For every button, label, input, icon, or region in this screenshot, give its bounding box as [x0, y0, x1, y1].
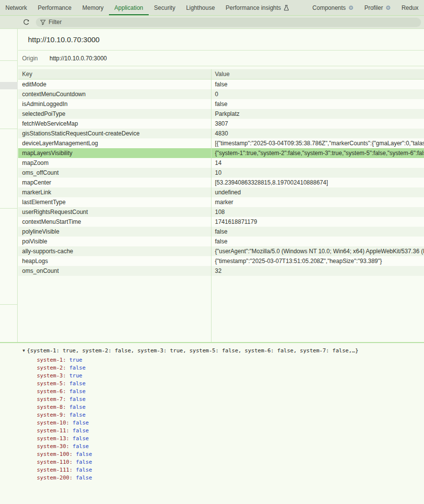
property-key: system-7: — [37, 396, 66, 402]
table-row[interactable]: markerLinkundefined — [18, 187, 424, 197]
value-cell[interactable]: false — [211, 227, 424, 237]
key-cell[interactable]: ally-supports-cache — [18, 246, 211, 256]
table-row[interactable]: mapLayersVisibility{"system-1":true,"sys… — [18, 148, 424, 158]
table-row[interactable]: lastElementTypemarker — [18, 197, 424, 207]
property-value: false — [73, 420, 89, 426]
key-cell[interactable]: isAdminLoggedIn — [18, 99, 211, 109]
refresh-icon — [23, 19, 30, 26]
value-cell[interactable]: 108 — [211, 207, 424, 217]
filter-input[interactable] — [49, 19, 417, 26]
table-row[interactable]: isAdminLoggedInfalse — [18, 99, 424, 109]
key-cell[interactable]: mapZoom — [18, 158, 211, 168]
key-cell[interactable]: polylineVisible — [18, 227, 211, 237]
sidebar-selected-item[interactable] — [0, 82, 18, 89]
property-key: system-8: — [37, 404, 66, 410]
table-row[interactable]: contextMenuCountdown0 — [18, 89, 424, 99]
table-row[interactable]: gisStationsStaticRequestCount-createDevi… — [18, 129, 424, 138]
value-cell[interactable]: 3807 — [211, 119, 424, 129]
preview-property: system-111: false — [37, 466, 424, 474]
property-value: false — [69, 365, 85, 371]
table-row[interactable]: deviceLayerManagementLog[{"timestamp":"2… — [18, 138, 424, 148]
property-value: false — [69, 412, 85, 418]
value-cell[interactable]: 14 — [211, 158, 424, 168]
value-cell[interactable]: false — [211, 80, 424, 89]
table-row[interactable]: oms_onCount32 — [18, 266, 424, 276]
value-cell[interactable]: {"timestamp":"2025-03-07T13:51:05.208Z",… — [211, 256, 424, 266]
value-cell[interactable]: 0 — [211, 89, 424, 99]
key-cell[interactable]: gisStationsStaticRequestCount-createDevi… — [18, 129, 211, 138]
table-row[interactable]: poiVisiblefalse — [18, 237, 424, 246]
expand-arrow-icon[interactable]: ▼ — [23, 348, 25, 353]
filter-box[interactable] — [36, 18, 421, 27]
tab-security[interactable]: Security — [149, 0, 181, 15]
value-cell[interactable]: Parkplatz — [211, 109, 424, 119]
key-cell[interactable]: mapLayersVisibility — [18, 148, 211, 158]
table-row[interactable]: editModefalse — [18, 80, 424, 89]
sidebar-divider — [0, 129, 18, 129]
key-cell[interactable]: editMode — [18, 80, 211, 89]
key-cell[interactable]: lastElementType — [18, 197, 211, 207]
value-cell[interactable]: {"system-1":true,"system-2":false,"syste… — [211, 148, 424, 158]
tab-performance-insights[interactable]: Performance insights — [220, 0, 294, 15]
key-cell[interactable]: markerLink — [18, 187, 211, 197]
key-cell[interactable]: selectedPoiType — [18, 109, 211, 119]
key-cell[interactable]: contextMenuCountdown — [18, 89, 211, 99]
key-cell[interactable]: contextMenuStartTime — [18, 217, 211, 227]
value-cell[interactable]: 32 — [211, 266, 424, 276]
preview-property: system-10: false — [37, 419, 424, 427]
property-value: false — [69, 388, 85, 395]
key-cell[interactable]: deviceLayerManagementLog — [18, 138, 211, 148]
column-header-key[interactable]: Key — [18, 69, 211, 79]
value-cell[interactable]: 4830 — [211, 129, 424, 138]
tab-network[interactable]: Network — [0, 0, 32, 15]
key-cell[interactable]: mapCenter — [18, 178, 211, 187]
value-cell[interactable]: 10 — [211, 168, 424, 178]
value-cell[interactable]: false — [211, 99, 424, 109]
key-cell[interactable]: userRightsRequestCount — [18, 207, 211, 217]
table-row[interactable]: contextMenuStartTime1741618871179 — [18, 217, 424, 227]
preview-property: system-7: false — [37, 396, 424, 403]
value-cell[interactable]: false — [211, 237, 424, 246]
column-divider[interactable] — [211, 69, 212, 342]
application-panel: http://10.10.0.70:3000 Origin http://10.… — [0, 29, 424, 342]
preview-property: system-13: false — [37, 435, 424, 443]
key-cell[interactable]: fetchWebServiceMap — [18, 119, 211, 129]
table-row[interactable]: oms_offCount10 — [18, 168, 424, 178]
property-key: system-1: — [37, 357, 66, 363]
preview-property: system-200: false — [37, 474, 424, 482]
property-key: system-11: — [37, 427, 69, 434]
tab-redux[interactable]: Redux — [396, 0, 424, 15]
tab-lighthouse[interactable]: Lighthouse — [181, 0, 220, 15]
property-value: true — [69, 372, 82, 379]
key-cell[interactable]: oms_onCount — [18, 266, 211, 276]
key-cell[interactable]: oms_offCount — [18, 168, 211, 178]
storage-origin-title: http://10.10.0.70:3000 — [18, 29, 424, 51]
value-cell[interactable]: marker — [211, 197, 424, 207]
table-row[interactable]: polylineVisiblefalse — [18, 227, 424, 237]
key-cell[interactable]: poiVisible — [18, 237, 211, 246]
property-key: system-3: — [37, 372, 66, 379]
property-value: false — [69, 380, 85, 387]
key-cell[interactable]: heapLogs — [18, 256, 211, 266]
table-row[interactable]: heapLogs{"timestamp":"2025-03-07T13:51:0… — [18, 256, 424, 266]
tab-profiler[interactable]: Profiler⚙ — [359, 0, 396, 15]
value-cell[interactable]: [53.23940863328815,8.197002410888674] — [211, 178, 424, 187]
column-header-value[interactable]: Value — [211, 69, 424, 79]
value-cell[interactable]: [{"timestamp":"2025-03-04T09:35:38.786Z"… — [211, 138, 424, 148]
property-key: system-100: — [37, 451, 73, 457]
value-cell[interactable]: {"userAgent":"Mozilla/5.0 (Windows NT 10… — [211, 246, 424, 256]
refresh-button[interactable] — [20, 17, 32, 27]
tab-application[interactable]: Application — [109, 0, 149, 15]
table-row[interactable]: selectedPoiTypeParkplatz — [18, 109, 424, 119]
tab-performance[interactable]: Performance — [32, 0, 77, 15]
tab-memory[interactable]: Memory — [77, 0, 109, 15]
table-row[interactable]: mapCenter[53.23940863328815,8.1970024108… — [18, 178, 424, 187]
tab-components[interactable]: Components⚙ — [307, 0, 359, 15]
table-row[interactable]: mapZoom14 — [18, 158, 424, 168]
value-cell[interactable]: undefined — [211, 187, 424, 197]
property-value: false — [76, 475, 92, 481]
value-cell[interactable]: 1741618871179 — [211, 217, 424, 227]
table-row[interactable]: fetchWebServiceMap3807 — [18, 119, 424, 129]
table-row[interactable]: userRightsRequestCount108 — [18, 207, 424, 217]
table-row[interactable]: ally-supports-cache{"userAgent":"Mozilla… — [18, 246, 424, 256]
